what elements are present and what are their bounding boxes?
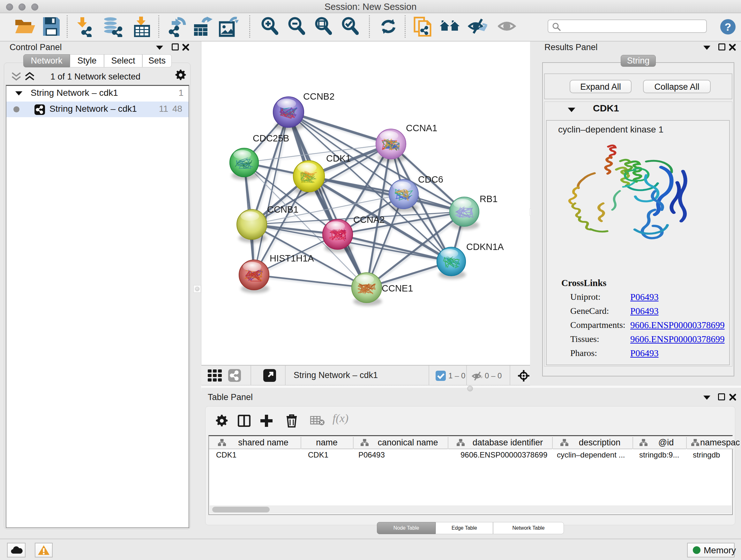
svg-text:CDC6: CDC6 <box>418 174 443 185</box>
svg-text:CCNB2: CCNB2 <box>303 91 334 102</box>
svg-text:CCNB1: CCNB1 <box>267 204 298 214</box>
svg-text:CCNE1: CCNE1 <box>382 283 413 294</box>
svg-text:CDKN1A: CDKN1A <box>466 242 504 252</box>
svg-text:?: ? <box>725 21 731 33</box>
svg-text:CDK1: CDK1 <box>326 153 351 164</box>
svg-text:CCNA1: CCNA1 <box>406 123 437 133</box>
svg-text:CCNA2: CCNA2 <box>353 214 385 225</box>
svg-text:RB1: RB1 <box>480 194 497 204</box>
svg-text:HIST1H1A: HIST1H1A <box>270 253 314 263</box>
svg-text:CDC25B: CDC25B <box>253 133 289 143</box>
